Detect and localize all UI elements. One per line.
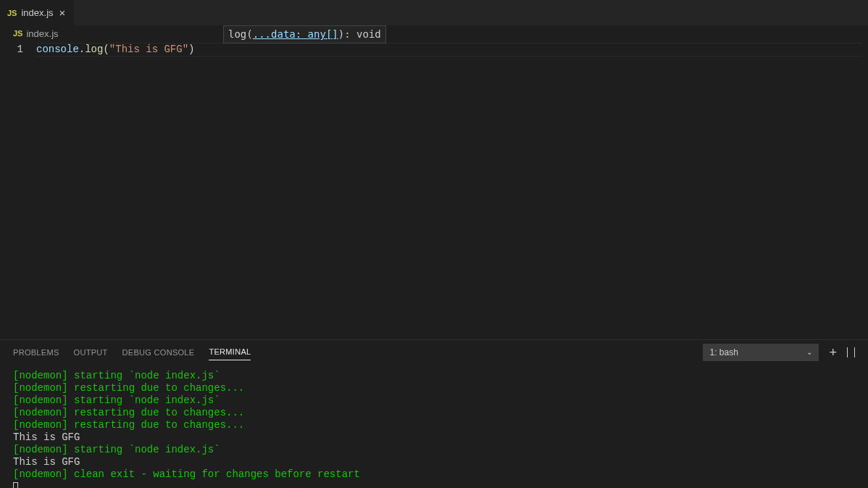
signature-help-tooltip: log(...data: any[]): void: [223, 25, 386, 44]
chevron-down-icon: ⌄: [806, 348, 812, 356]
terminal-line: [nodemon] restarting due to changes...: [13, 407, 855, 419]
split-terminal-icon[interactable]: [847, 347, 855, 357]
new-terminal-icon[interactable]: +: [829, 346, 837, 359]
code-line[interactable]: console.log("This is GFG"): [36, 43, 868, 57]
terminal-selector-label: 1: bash: [709, 347, 738, 357]
line-gutter: 1: [0, 41, 36, 339]
editor-tab[interactable]: JS index.js ×: [0, 0, 75, 25]
terminal-line: [nodemon] starting `node index.js`: [13, 370, 855, 382]
terminal-selector[interactable]: 1: bash ⌄: [703, 344, 819, 361]
terminal-line: [nodemon] restarting due to changes...: [13, 382, 855, 394]
terminal-line: [nodemon] starting `node index.js`: [13, 394, 855, 407]
bottom-panel: PROBLEMS OUTPUT DEBUG CONSOLE TERMINAL 1…: [0, 339, 868, 488]
breadcrumb[interactable]: JS index.js: [0, 25, 868, 41]
tab-output[interactable]: OUTPUT: [74, 344, 108, 360]
tab-problems[interactable]: PROBLEMS: [13, 344, 59, 360]
code-editor[interactable]: 1 log(...data: any[]): void console.log(…: [0, 41, 868, 339]
code-content[interactable]: log(...data: any[]): void console.log("T…: [36, 41, 868, 339]
tab-label: index.js: [21, 7, 53, 18]
close-icon[interactable]: ×: [58, 7, 67, 19]
panel-tabbar: PROBLEMS OUTPUT DEBUG CONSOLE TERMINAL 1…: [0, 340, 868, 364]
line-number: 1: [0, 43, 23, 57]
tab-debug-console[interactable]: DEBUG CONSOLE: [122, 344, 195, 360]
terminal-line: [nodemon] clean exit - waiting for chang…: [13, 468, 855, 481]
tab-terminal[interactable]: TERMINAL: [209, 344, 251, 360]
terminal-output[interactable]: [nodemon] starting `node index.js`[nodem…: [0, 364, 868, 488]
terminal-line: This is GFG: [13, 431, 855, 444]
terminal-cursor-line[interactable]: [13, 481, 855, 488]
terminal-cursor: [13, 482, 18, 488]
terminal-line: This is GFG: [13, 456, 855, 468]
tab-bar: JS index.js ×: [0, 0, 868, 25]
terminal-line: [nodemon] restarting due to changes...: [13, 419, 855, 431]
js-file-icon: JS: [13, 29, 22, 38]
js-file-icon: JS: [7, 9, 17, 17]
breadcrumb-label: index.js: [26, 28, 58, 39]
terminal-line: [nodemon] starting `node index.js`: [13, 444, 855, 456]
